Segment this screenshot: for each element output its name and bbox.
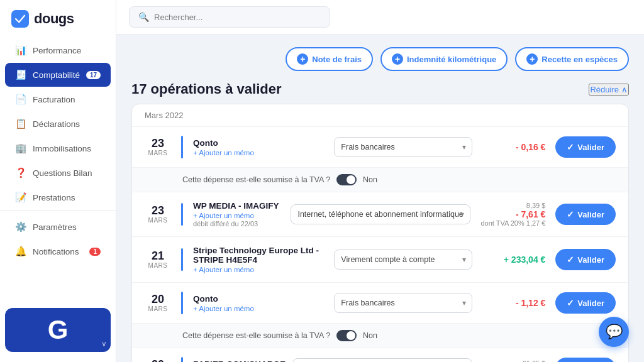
- tva-label: Non: [363, 175, 377, 184]
- action-label-indemnite: Indemnité kilométrique: [407, 55, 496, 64]
- sidebar-label-declarations: Déclarations: [33, 119, 80, 129]
- ops-label1: opérations: [151, 81, 221, 97]
- valider-btn-op3[interactable]: ✓ Valider: [555, 249, 616, 270]
- sidebar-item-facturation[interactable]: 📄 Facturation: [5, 87, 111, 111]
- op-memo-btn[interactable]: + Ajouter un mémo: [193, 266, 324, 273]
- amount-orig: 61,25 $: [482, 359, 545, 362]
- reduire-label: Réduire: [590, 85, 619, 94]
- check-icon: ✓: [567, 209, 574, 219]
- main-area: 🔍 +Note de frais+Indemnité kilométrique+…: [116, 0, 644, 362]
- logo-area: dougs: [0, 0, 116, 35]
- op-main-op5: 20 MARS ZAPIER.COM/CHARGE + Ajouter un m…: [132, 348, 628, 362]
- valider-btn-op4[interactable]: ✓ Valider: [555, 292, 616, 314]
- sidebar-nav: 📊 Performance 🧾 Comptabilité 17 📄 Factur…: [0, 35, 116, 303]
- category-select-op2[interactable]: Internet, téléphone et abonnement inform…: [291, 204, 470, 224]
- sidebar-icon-notifications: 🔔: [15, 246, 26, 257]
- ops-label2: à valider: [225, 81, 281, 97]
- sidebar-icon-performance: 📊: [15, 45, 26, 56]
- sidebar-item-notifications[interactable]: 🔔 Notifications 1: [5, 239, 111, 263]
- op-row-op1: 23 MARS Qonto + Ajouter un mémo Frais ba…: [132, 127, 628, 192]
- op-sub: débit différé du 22/03: [193, 220, 280, 228]
- tva-question: Cette dépense est-elle soumise à la TVA …: [182, 331, 330, 340]
- sidebar-item-performance[interactable]: 📊 Performance: [5, 38, 111, 62]
- content-area: +Note de frais+Indemnité kilométrique+Re…: [116, 35, 644, 362]
- sidebar-label-facturation: Facturation: [33, 95, 75, 104]
- op-amount-op1: - 0,16 €: [482, 142, 545, 152]
- sidebar-icon-questions-bilan: ❓: [15, 167, 26, 178]
- sidebar-label-questions-bilan: Questions Bilan: [33, 168, 92, 178]
- valider-label: Valider: [577, 143, 604, 152]
- sidebar-icon-declarations: 📋: [15, 118, 26, 129]
- reduire-button[interactable]: Réduire ∧: [589, 84, 629, 96]
- search-input[interactable]: [154, 13, 321, 22]
- tva-toggle[interactable]: [336, 330, 357, 341]
- sidebar-label-notifications: Notifications: [33, 247, 79, 256]
- chevron-up-icon: ∧: [621, 85, 628, 94]
- check-icon: ✓: [567, 142, 574, 152]
- category-select-op5[interactable]: Internet, téléphone et abonnement inform…: [292, 358, 472, 362]
- op-amount-op4: - 1,12 €: [482, 298, 545, 308]
- op-category-op5[interactable]: Internet, téléphone et abonnement inform…: [292, 358, 472, 362]
- op-amount-op3: + 233,04 €: [482, 255, 545, 265]
- category-select-op1[interactable]: Frais bancaires: [334, 137, 472, 157]
- amount-main: + 233,04 €: [482, 255, 545, 265]
- sidebar-item-comptabilite[interactable]: 🧾 Comptabilité 17: [5, 63, 111, 87]
- op-category-op3[interactable]: Virement compte à compte: [334, 250, 472, 270]
- op-memo-btn[interactable]: + Ajouter un mémo: [193, 149, 324, 156]
- company-logo-box[interactable]: G ∨: [5, 308, 111, 352]
- op-memo-btn[interactable]: + Ajouter un mémo: [193, 212, 280, 219]
- valider-btn-op1[interactable]: ✓ Valider: [555, 136, 616, 158]
- search-box[interactable]: 🔍: [129, 6, 330, 28]
- op-category-op2[interactable]: Internet, téléphone et abonnement inform…: [291, 204, 470, 224]
- category-select-op3[interactable]: Virement compte à compte: [334, 250, 472, 270]
- logo-text: dougs: [34, 11, 74, 27]
- chat-icon: 💬: [606, 324, 623, 340]
- company-initial: G: [48, 317, 69, 343]
- op-row-op4: 20 MARS Qonto + Ajouter un mémo Frais ba…: [132, 283, 628, 348]
- valider-label: Valider: [577, 299, 604, 308]
- op-name: Qonto: [193, 138, 324, 148]
- check-icon: ✓: [567, 298, 574, 308]
- action-btn-recette[interactable]: +Recette en espèces: [515, 47, 629, 71]
- valider-btn-op5[interactable]: ✓ Valider: [555, 358, 616, 362]
- category-select-op4[interactable]: Frais bancaires: [334, 293, 472, 313]
- valider-label: Valider: [577, 210, 604, 219]
- amount-orig: 8,39 $: [480, 202, 545, 209]
- op-main-op4: 20 MARS Qonto + Ajouter un mémo Frais ba…: [132, 283, 628, 323]
- op-category-op1[interactable]: Frais bancaires: [334, 137, 472, 157]
- op-main-op2: 23 MARS WP MEDIA - IMAGIFY + Ajouter un …: [132, 192, 628, 236]
- valider-btn-op2[interactable]: ✓ Valider: [555, 204, 616, 225]
- tva-toggle[interactable]: [336, 174, 357, 185]
- chat-fab-button[interactable]: 💬: [599, 317, 629, 347]
- op-category-op4[interactable]: Frais bancaires: [334, 293, 472, 313]
- op-name: Stripe Technology Europe Ltd - STRIPE H4…: [193, 246, 324, 265]
- op-day: 23: [145, 205, 171, 217]
- svg-rect-0: [11, 10, 29, 28]
- sidebar-bottom: G ∨: [0, 303, 116, 357]
- sidebar-icon-immobilisations: 🏢: [15, 143, 26, 154]
- badge-notifications: 1: [89, 248, 101, 256]
- op-month: MARS: [145, 305, 171, 312]
- sidebar-label-parametres: Paramètres: [33, 222, 77, 232]
- action-btn-indemnite[interactable]: +Indemnité kilométrique: [380, 47, 508, 71]
- op-date-op2: 23 MARS: [145, 205, 171, 224]
- op-row-op3: 21 MARS Stripe Technology Europe Ltd - S…: [132, 237, 628, 283]
- op-main-op1: 23 MARS Qonto + Ajouter un mémo Frais ba…: [132, 127, 628, 167]
- op-month: MARS: [145, 150, 171, 156]
- op-amount-op5: 61,25 $ - 55,67 €: [482, 359, 545, 362]
- action-label-note-frais: Note de frais: [312, 55, 362, 64]
- op-row-op5: 20 MARS ZAPIER.COM/CHARGE + Ajouter un m…: [132, 348, 628, 362]
- sidebar-item-immobilisations[interactable]: 🏢 Immobilisations: [5, 136, 111, 160]
- op-separator: [181, 136, 183, 158]
- sidebar-item-questions-bilan[interactable]: ❓ Questions Bilan: [5, 161, 111, 185]
- tva-row-op4: Cette dépense est-elle soumise à la TVA …: [132, 323, 628, 348]
- sidebar-item-prestations[interactable]: 📝 Prestations: [5, 185, 111, 209]
- sidebar-item-declarations[interactable]: 📋 Déclarations: [5, 112, 111, 136]
- op-month: MARS: [145, 262, 171, 269]
- collapse-icon[interactable]: ∨: [101, 339, 107, 348]
- sidebar-item-parametres[interactable]: ⚙️ Paramètres: [5, 215, 111, 239]
- op-info-op1: Qonto + Ajouter un mémo: [193, 138, 324, 156]
- op-memo-btn[interactable]: + Ajouter un mémo: [193, 305, 324, 312]
- action-btn-note-frais[interactable]: +Note de frais: [286, 47, 373, 71]
- logo-icon: [11, 10, 29, 28]
